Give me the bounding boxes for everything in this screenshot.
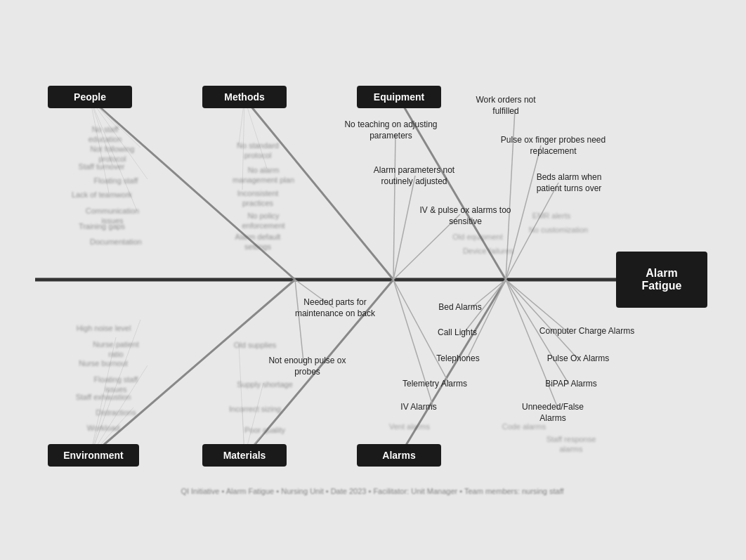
svg-line-10	[393, 134, 395, 280]
label-blurred-people-3: Staff turnover	[58, 162, 145, 171]
category-alarms: Alarms	[357, 444, 441, 467]
label-blurred-people-8: Documentation	[70, 237, 162, 247]
category-people: People	[48, 86, 132, 108]
label-blurred-people-1: No staffeducation	[58, 124, 152, 145]
label-computer-charge: Computer Charge Alarms	[529, 326, 645, 337]
label-blurred-people-4: Floating staff	[70, 176, 162, 185]
label-blurred-people-7: Training gaps	[56, 221, 148, 231]
label-blurred-env-3: Nurse burnout	[58, 358, 149, 368]
label-pulse-ox-alarms: Pulse Ox Alarms	[529, 353, 627, 365]
label-telemetry: Telemetry Alarms	[389, 379, 480, 390]
label-bipap: BiPAP Alarms	[529, 379, 613, 390]
label-blurred-mat-2: Supply shortage	[219, 379, 310, 389]
label-unneeded: Unneeded/FalseAlarms	[511, 402, 595, 424]
label-blurred-methods-3: Inconsistentpractices	[212, 188, 303, 209]
label-iv-pulse-ox: IV & pulse ox alarms toosensitive	[411, 205, 520, 227]
label-telephones: Telephones	[419, 353, 497, 365]
label-blurred-methods-1: No standardprotocol	[209, 141, 307, 161]
label-not-enough: Not enough pulse oxprobes	[256, 356, 358, 377]
label-blurred-env-1: High noise level	[56, 323, 151, 333]
svg-line-20	[506, 280, 569, 333]
footer-text: QI Initiative • Alarm Fatigue • Nursing …	[56, 487, 688, 495]
label-call-lights: Call Lights	[419, 327, 496, 339]
label-blurred-mat-3: Incorrect sizing	[209, 404, 301, 414]
label-blurred-env-6: Distractions	[70, 408, 162, 417]
label-blurred-env-7: Workload	[58, 423, 149, 433]
svg-line-21	[506, 280, 577, 358]
category-materials: Materials	[202, 444, 287, 467]
effect-box: Alarm Fatigue	[616, 252, 707, 308]
label-blurred-alarms-3: Staff responsealarms	[529, 434, 613, 455]
label-blurred-equip-4: No customization	[520, 225, 597, 235]
svg-line-39	[239, 344, 244, 457]
label-blurred-env-2: Nurse patientratio	[70, 339, 162, 360]
svg-line-23	[506, 280, 558, 410]
label-blurred-equip-3: EMR alerts	[513, 211, 590, 221]
label-work-orders: Work orders notfulfilled	[460, 95, 551, 117]
label-blurred-mat-1: Old supplies	[209, 340, 301, 350]
label-iv-alarms: IV Alarms	[384, 402, 454, 413]
category-equipment: Equipment	[357, 86, 441, 108]
svg-line-17	[467, 280, 506, 358]
label-blurred-mat-4: Poor quality	[219, 425, 310, 435]
label-blurred-equip-1: Old equipment	[436, 232, 520, 242]
label-blurred-people-5: Lack of teamwork	[56, 190, 148, 200]
label-blurred-methods-5: Alarm defaultsettings	[212, 232, 303, 252]
label-alarm-parameters: Alarm parameters notroutinely adjusted	[360, 165, 469, 187]
label-blurred-alarms-1: Vent alarms	[367, 422, 452, 431]
svg-line-11	[393, 176, 415, 280]
label-blurred-methods-4: No policyenforcement	[218, 211, 309, 231]
label-blurred-methods-2: No alarmmanagement plan	[218, 165, 309, 185]
label-beds-alarm: Beds alarm whenpatient turns over	[523, 172, 615, 194]
label-blurred-env-5: Staff exhaustion	[58, 392, 149, 402]
label-no-teaching: No teaching on adjustingparameters	[329, 119, 452, 141]
fishbone-diagram: People Methods Equipment Environment Mat…	[0, 0, 746, 560]
category-methods: Methods	[202, 86, 287, 108]
category-environment: Environment	[48, 444, 139, 467]
label-needed-parts: Needed parts formaintenance on back	[279, 297, 391, 319]
label-pulse-ox-probes: Pulse ox finger probes needreplacement	[488, 135, 618, 157]
label-blurred-alarms-2: Code alarms	[482, 422, 566, 431]
label-blurred-equip-2: Device failures	[446, 246, 530, 256]
label-bed-alarms: Bed Alarms	[421, 302, 499, 313]
